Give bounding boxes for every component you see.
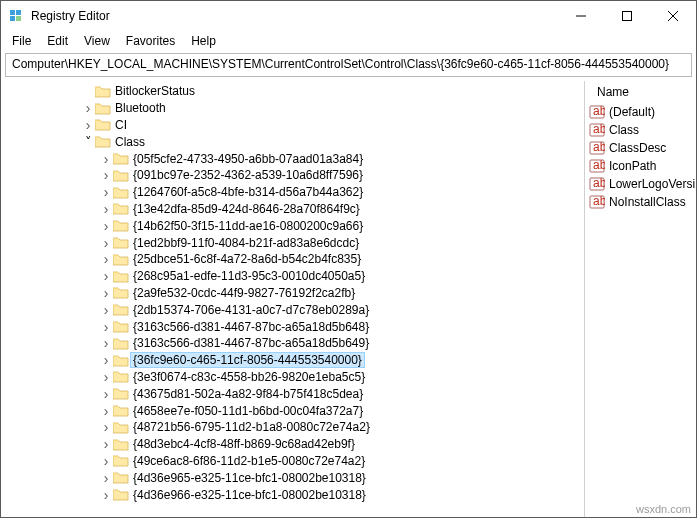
value-row[interactable]: ab(Default) bbox=[585, 103, 696, 121]
tree-node-guid[interactable]: ›{43675d81-502a-4a82-9f84-b75f418c5dea} bbox=[3, 385, 584, 402]
tree-pane[interactable]: >BitlockerStatus›Bluetooth›CI˅Class›{05f… bbox=[1, 81, 584, 517]
tree-node-ci[interactable]: ›CI bbox=[3, 117, 584, 134]
tree-node-label[interactable]: {48d3ebc4-4cf8-48ff-b869-9c68ad42eb9f} bbox=[131, 437, 357, 451]
expand-icon[interactable]: › bbox=[81, 118, 95, 132]
tree-node-guid[interactable]: ›{1ed2bbf9-11f0-4084-b21f-ad83a8e6dcdc} bbox=[3, 234, 584, 251]
tree-node-guid[interactable]: ›{3163c566-d381-4467-87bc-a65a18d5b648} bbox=[3, 318, 584, 335]
tree-node-guid[interactable]: ›{36fc9e60-c465-11cf-8056-444553540000} bbox=[3, 352, 584, 369]
tree-node-label[interactable]: CI bbox=[113, 118, 129, 132]
value-row[interactable]: abClassDesc bbox=[585, 139, 696, 157]
values-header[interactable]: Name bbox=[585, 81, 696, 103]
menu-help[interactable]: Help bbox=[184, 32, 223, 50]
tree-node-label[interactable]: {268c95a1-edfe-11d3-95c3-0010dc4050a5} bbox=[131, 269, 367, 283]
tree-node-guid[interactable]: ›{2db15374-706e-4131-a0c7-d7c78eb0289a} bbox=[3, 301, 584, 318]
menu-view[interactable]: View bbox=[77, 32, 117, 50]
expand-icon[interactable]: › bbox=[99, 202, 113, 216]
folder-icon bbox=[113, 387, 129, 401]
tree-node-label[interactable]: {4d36e965-e325-11ce-bfc1-08002be10318} bbox=[131, 471, 368, 485]
expand-icon[interactable]: › bbox=[99, 370, 113, 384]
tree-node-label[interactable]: {2db15374-706e-4131-a0c7-d7c78eb0289a} bbox=[131, 303, 371, 317]
value-row[interactable]: abClass bbox=[585, 121, 696, 139]
tree-node-guid[interactable]: ›{48d3ebc4-4cf8-48ff-b869-9c68ad42eb9f} bbox=[3, 436, 584, 453]
values-pane[interactable]: Name ab(Default)abClassabClassDescabIcon… bbox=[584, 81, 696, 517]
tree-node-label[interactable]: {3e3f0674-c83c-4558-bb26-9820e1eba5c5} bbox=[131, 370, 367, 384]
menu-favorites[interactable]: Favorites bbox=[119, 32, 182, 50]
maximize-button[interactable] bbox=[604, 1, 650, 31]
value-row[interactable]: abNoInstallClass bbox=[585, 193, 696, 211]
tree-node-guid[interactable]: ›{25dbce51-6c8f-4a72-8a6d-b54c2b4fc835} bbox=[3, 251, 584, 268]
folder-icon bbox=[113, 152, 129, 166]
menu-file[interactable]: File bbox=[5, 32, 38, 50]
titlebar[interactable]: Registry Editor bbox=[1, 1, 696, 31]
tree-node-label[interactable]: {25dbce51-6c8f-4a72-8a6d-b54c2b4fc835} bbox=[131, 252, 363, 266]
tree-node-guid[interactable]: ›{091bc97e-2352-4362-a539-10a6d8ff7596} bbox=[3, 167, 584, 184]
expand-icon[interactable]: › bbox=[99, 303, 113, 317]
tree-node-label[interactable]: {48721b56-6795-11d2-b1a8-0080c72e74a2} bbox=[131, 420, 372, 434]
expand-icon[interactable]: › bbox=[99, 454, 113, 468]
folder-icon bbox=[113, 219, 129, 233]
tree-node-guid[interactable]: ›{1264760f-a5c8-4bfe-b314-d56a7b44a362} bbox=[3, 184, 584, 201]
tree-node-label[interactable]: {36fc9e60-c465-11cf-8056-444553540000} bbox=[131, 353, 364, 367]
tree-node-guid[interactable]: ›{14b62f50-3f15-11dd-ae16-0800200c9a66} bbox=[3, 217, 584, 234]
tree-node-guid[interactable]: ›{4d36e966-e325-11ce-bfc1-08002be10318} bbox=[3, 486, 584, 503]
menu-edit[interactable]: Edit bbox=[40, 32, 75, 50]
expand-icon[interactable]: › bbox=[99, 420, 113, 434]
tree-node-label[interactable]: {3163c566-d381-4467-87bc-a65a18d5b649} bbox=[131, 336, 371, 350]
close-button[interactable] bbox=[650, 1, 696, 31]
expand-icon[interactable]: › bbox=[99, 168, 113, 182]
tree-node-guid[interactable]: ›{3e3f0674-c83c-4558-bb26-9820e1eba5c5} bbox=[3, 369, 584, 386]
tree-node-label[interactable]: {4d36e966-e325-11ce-bfc1-08002be10318} bbox=[131, 488, 368, 502]
tree-node-label[interactable]: {1264760f-a5c8-4bfe-b314-d56a7b44a362} bbox=[131, 185, 365, 199]
expand-icon[interactable]: › bbox=[99, 471, 113, 485]
value-row[interactable]: abLowerLogoVersi bbox=[585, 175, 696, 193]
tree-node-label[interactable]: Bluetooth bbox=[113, 101, 168, 115]
value-row[interactable]: abIconPath bbox=[585, 157, 696, 175]
expand-icon[interactable]: › bbox=[99, 236, 113, 250]
address-bar[interactable]: Computer\HKEY_LOCAL_MACHINE\SYSTEM\Curre… bbox=[5, 53, 692, 77]
expand-icon[interactable]: › bbox=[99, 387, 113, 401]
tree-node-label[interactable]: {1ed2bbf9-11f0-4084-b21f-ad83a8e6dcdc} bbox=[131, 236, 361, 250]
tree-node-label[interactable]: {49ce6ac8-6f86-11d2-b1e5-0080c72e74a2} bbox=[131, 454, 367, 468]
watermark: wsxdn.com bbox=[636, 503, 691, 515]
tree-node-label[interactable]: BitlockerStatus bbox=[113, 84, 197, 98]
column-name[interactable]: Name bbox=[591, 83, 635, 101]
expand-icon[interactable]: ˅ bbox=[81, 135, 95, 149]
tree-node-guid[interactable]: ›{4658ee7e-f050-11d1-b6bd-00c04fa372a7} bbox=[3, 402, 584, 419]
expand-icon[interactable]: › bbox=[99, 185, 113, 199]
expand-icon[interactable]: › bbox=[99, 404, 113, 418]
folder-icon bbox=[113, 236, 129, 250]
expand-icon[interactable]: › bbox=[99, 488, 113, 502]
tree-node-label[interactable]: {3163c566-d381-4467-87bc-a65a18d5b648} bbox=[131, 320, 371, 334]
tree-node-guid[interactable]: ›{4d36e965-e325-11ce-bfc1-08002be10318} bbox=[3, 469, 584, 486]
expand-icon[interactable]: › bbox=[99, 286, 113, 300]
tree-node-label[interactable]: {4658ee7e-f050-11d1-b6bd-00c04fa372a7} bbox=[131, 404, 365, 418]
tree-node-guid[interactable]: ›{13e42dfa-85d9-424d-8646-28a70f864f9c} bbox=[3, 201, 584, 218]
tree-node-label[interactable]: {2a9fe532-0cdc-44f9-9827-76192f2ca2fb} bbox=[131, 286, 357, 300]
minimize-button[interactable] bbox=[558, 1, 604, 31]
tree-node-label[interactable]: {091bc97e-2352-4362-a539-10a6d8ff7596} bbox=[131, 168, 365, 182]
tree-node-guid[interactable]: ›{3163c566-d381-4467-87bc-a65a18d5b649} bbox=[3, 335, 584, 352]
tree-node-label[interactable]: {14b62f50-3f15-11dd-ae16-0800200c9a66} bbox=[131, 219, 365, 233]
expand-icon[interactable]: › bbox=[99, 219, 113, 233]
tree-node-guid[interactable]: ›{2a9fe532-0cdc-44f9-9827-76192f2ca2fb} bbox=[3, 285, 584, 302]
minimize-icon bbox=[576, 11, 586, 21]
expand-icon[interactable]: › bbox=[99, 252, 113, 266]
tree-node-label[interactable]: {05f5cfe2-4733-4950-a6bb-07aad01a3a84} bbox=[131, 152, 365, 166]
tree-node-bitlockerstatus[interactable]: >BitlockerStatus bbox=[3, 83, 584, 100]
tree-node-bluetooth[interactable]: ›Bluetooth bbox=[3, 100, 584, 117]
tree-node-guid[interactable]: ›{48721b56-6795-11d2-b1a8-0080c72e74a2} bbox=[3, 419, 584, 436]
tree-node-label[interactable]: {43675d81-502a-4a82-9f84-b75f418c5dea} bbox=[131, 387, 365, 401]
expand-icon[interactable]: › bbox=[99, 336, 113, 350]
expand-icon[interactable]: › bbox=[99, 269, 113, 283]
tree-node-label[interactable]: Class bbox=[113, 135, 147, 149]
expand-icon[interactable]: › bbox=[99, 320, 113, 334]
tree-node-label[interactable]: {13e42dfa-85d9-424d-8646-28a70f864f9c} bbox=[131, 202, 362, 216]
tree-node-guid[interactable]: ›{49ce6ac8-6f86-11d2-b1e5-0080c72e74a2} bbox=[3, 453, 584, 470]
tree-node-guid[interactable]: ›{05f5cfe2-4733-4950-a6bb-07aad01a3a84} bbox=[3, 150, 584, 167]
tree-node-class[interactable]: ˅Class bbox=[3, 133, 584, 150]
tree-node-guid[interactable]: ›{268c95a1-edfe-11d3-95c3-0010dc4050a5} bbox=[3, 268, 584, 285]
expand-icon[interactable]: › bbox=[99, 353, 113, 367]
expand-icon[interactable]: › bbox=[99, 437, 113, 451]
expand-icon[interactable]: › bbox=[81, 101, 95, 115]
expand-icon[interactable]: › bbox=[99, 152, 113, 166]
